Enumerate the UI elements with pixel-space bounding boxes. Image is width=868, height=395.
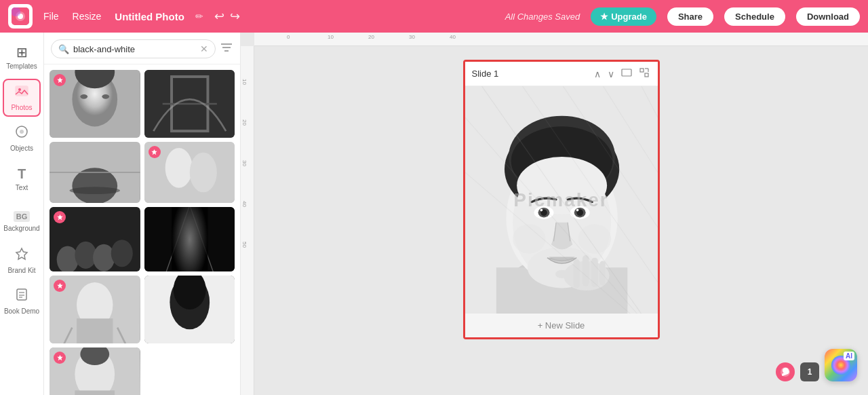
photos-icon	[14, 83, 29, 102]
svg-rect-51	[622, 69, 631, 76]
ruler-vertical: 10 20 30 40 50	[241, 46, 254, 395]
svg-rect-4	[16, 86, 28, 96]
svg-point-27	[69, 187, 120, 194]
slide-canvas: Picmaker	[465, 86, 658, 314]
svg-point-35	[93, 244, 115, 271]
canvas-area: ⊕ 14% 0 10 20 30 40 10 20 30 40 50	[241, 33, 868, 395]
svg-point-36	[111, 240, 133, 267]
sidebar-item-text[interactable]: T Text	[3, 160, 41, 198]
objects-label: Objects	[10, 145, 33, 153]
search-input-wrap[interactable]: 🔍 ✕	[51, 39, 216, 58]
templates-icon: ⊞	[16, 44, 28, 60]
save-status: All Changes Saved	[505, 12, 580, 22]
svg-rect-53	[645, 73, 648, 77]
background-icon: BG	[14, 207, 31, 223]
svg-rect-81	[573, 259, 580, 288]
slide-expand-button[interactable]	[637, 66, 651, 81]
share-button[interactable]: Share	[667, 7, 713, 26]
svg-point-30	[165, 148, 192, 188]
sidebar-item-background[interactable]: BG Background	[3, 201, 41, 239]
star-icon: ★	[600, 12, 608, 22]
svg-point-67	[517, 157, 607, 214]
app-logo[interactable]	[8, 4, 33, 29]
upgrade-button[interactable]: ★ Upgrade	[591, 7, 656, 26]
search-clear-icon[interactable]: ✕	[200, 43, 208, 54]
list-item[interactable]	[50, 276, 140, 343]
list-item[interactable]	[144, 142, 235, 203]
menu-file[interactable]: File	[43, 11, 59, 22]
undo-button[interactable]: ↩	[214, 9, 224, 24]
menu-resize[interactable]: Resize	[73, 11, 102, 22]
premium-badge	[54, 352, 66, 364]
svg-rect-41	[77, 318, 113, 343]
slide-title: Slide 1	[472, 69, 499, 79]
photo-grid	[44, 64, 240, 395]
book-label: Book Demo	[4, 307, 39, 316]
svg-point-5	[18, 88, 21, 91]
svg-point-76	[576, 209, 578, 212]
main-layout: ⊞ Templates Photos Objects	[0, 33, 868, 395]
help-chat-button[interactable]	[776, 362, 795, 381]
list-item[interactable]	[144, 207, 235, 271]
slide-up-button[interactable]: ∧	[593, 67, 602, 81]
sidebar-item-templates[interactable]: ⊞ Templates	[3, 38, 41, 76]
schedule-button[interactable]: Schedule	[724, 7, 785, 26]
svg-rect-49	[75, 390, 115, 395]
svg-rect-82	[582, 255, 589, 286]
ai-label: AI	[844, 352, 854, 360]
sidebar-item-objects[interactable]: Objects	[3, 119, 41, 157]
search-bar: 🔍 ✕	[44, 33, 240, 64]
svg-point-19	[80, 94, 87, 99]
svg-rect-24	[144, 70, 235, 138]
sidebar-item-photos[interactable]: Photos	[3, 79, 41, 117]
ai-fab-button[interactable]: AI	[825, 349, 857, 381]
sidebar-item-book[interactable]: Book Demo	[3, 282, 41, 320]
list-item[interactable]	[50, 347, 140, 395]
list-item[interactable]	[144, 70, 235, 138]
svg-point-26	[72, 168, 117, 203]
premium-badge	[54, 280, 66, 292]
slide-photo	[465, 86, 658, 314]
photos-panel: 🔍 ✕	[44, 33, 241, 395]
slide-header: Slide 1 ∧ ∨	[465, 62, 658, 86]
canvas-content: Slide 1 ∧ ∨	[254, 46, 868, 395]
book-icon	[14, 287, 29, 305]
list-item[interactable]	[144, 276, 235, 343]
document-title[interactable]: Untitled Photo	[115, 11, 184, 22]
page-number-badge: 1	[800, 362, 819, 381]
svg-point-72	[540, 209, 542, 212]
icon-sidebar: ⊞ Templates Photos Objects	[0, 33, 44, 395]
objects-icon	[14, 124, 29, 143]
topbar: File Resize Untitled Photo ✏ ↩ ↪ All Cha…	[0, 0, 868, 33]
download-button[interactable]: Download	[796, 7, 860, 26]
premium-badge	[149, 146, 161, 158]
svg-point-79	[578, 224, 610, 254]
redo-button[interactable]: ↪	[230, 9, 240, 24]
search-input[interactable]	[73, 44, 196, 54]
slide-controls: ∧ ∨	[593, 66, 651, 81]
ruler-horizontal: 0 10 20 30 40	[254, 33, 868, 46]
svg-point-31	[189, 153, 216, 193]
premium-badge	[54, 74, 66, 86]
list-item[interactable]	[50, 70, 140, 138]
background-label: Background	[3, 225, 39, 233]
svg-rect-9	[17, 289, 26, 300]
new-slide-button[interactable]: + New Slide	[538, 320, 585, 331]
svg-marker-8	[16, 248, 27, 259]
edit-title-icon[interactable]: ✏	[195, 11, 203, 22]
undo-redo-group: ↩ ↪	[214, 9, 240, 24]
svg-point-78	[513, 224, 545, 254]
sidebar-item-brand[interactable]: Brand Kit	[3, 242, 41, 280]
list-item[interactable]	[50, 142, 140, 203]
search-icon: 🔍	[58, 44, 69, 54]
filter-icon[interactable]	[220, 41, 233, 58]
templates-label: Templates	[6, 62, 37, 71]
slide-container: Slide 1 ∧ ∨	[463, 60, 660, 339]
text-icon: T	[18, 166, 26, 182]
photos-label: Photos	[11, 104, 32, 112]
slide-down-button[interactable]: ∨	[606, 67, 616, 81]
brand-icon	[14, 246, 29, 265]
svg-rect-84	[599, 261, 605, 286]
slide-view-button[interactable]	[620, 66, 633, 81]
list-item[interactable]	[50, 207, 140, 271]
